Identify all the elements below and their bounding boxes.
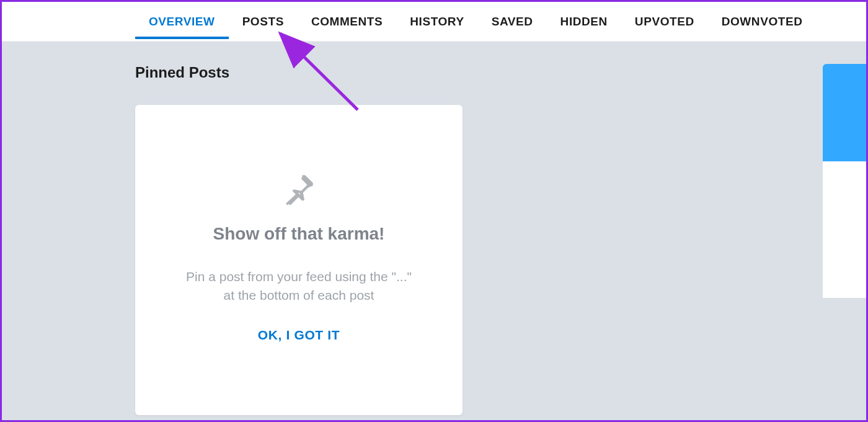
pinned-posts-heading: Pinned Posts [135, 64, 470, 81]
tab-overview[interactable]: OVERVIEW [135, 2, 229, 39]
profile-sidebar: Karma 45 Followers [823, 64, 866, 298]
profile-tabs: OVERVIEW POSTS COMMENTS HISTORY SAVED HI… [0, 0, 868, 42]
tab-downvoted[interactable]: DOWNVOTED [708, 2, 817, 39]
pin-icon [281, 172, 316, 207]
tab-comments[interactable]: COMMENTS [298, 2, 396, 39]
sidebar-body: Karma 45 Followers [823, 161, 866, 298]
tab-saved[interactable]: SAVED [478, 2, 547, 39]
sidebar-banner [823, 64, 866, 161]
pinned-empty-cta-button[interactable]: OK, I GOT IT [258, 328, 340, 343]
pinned-posts-empty-card: Show off that karma! Pin a post from you… [135, 105, 463, 415]
tab-history[interactable]: HISTORY [396, 2, 477, 39]
tab-posts[interactable]: POSTS [229, 2, 298, 39]
pinned-empty-title: Show off that karma! [213, 224, 385, 244]
tab-hidden[interactable]: HIDDEN [547, 2, 621, 39]
tab-upvoted[interactable]: UPVOTED [621, 2, 708, 39]
pinned-empty-description: Pin a post from your feed using the "...… [181, 267, 417, 305]
